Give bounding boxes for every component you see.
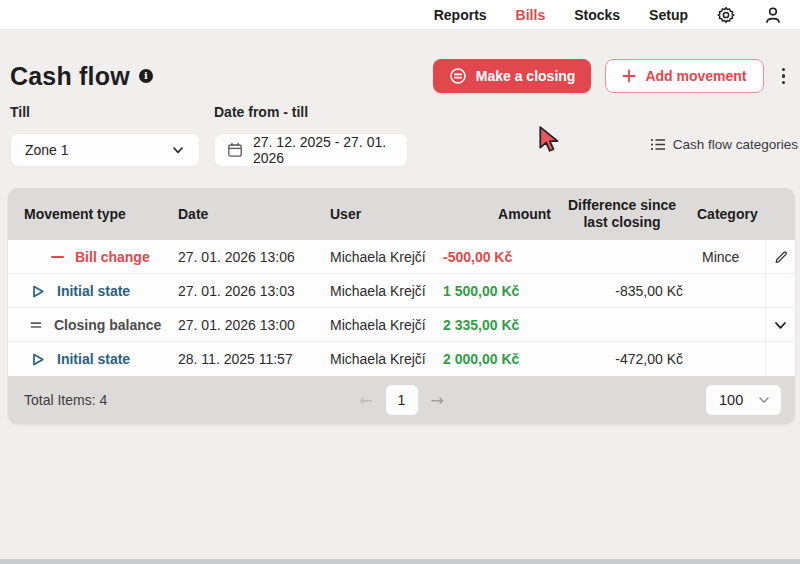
nav-item-bills[interactable]: Bills: [516, 7, 546, 23]
equals-icon: [29, 318, 43, 332]
chevron-down-icon: [171, 143, 185, 157]
row-action-empty: [765, 274, 795, 308]
difference-cell: -835,00 Kč: [555, 283, 689, 299]
edit-pencil-icon[interactable]: [765, 240, 795, 274]
till-select[interactable]: Zone 1: [10, 133, 200, 167]
till-filter: Till Zone 1: [10, 104, 200, 167]
current-page-button[interactable]: 1: [386, 385, 418, 415]
table-row[interactable]: Initial state 27. 01. 2026 13:03 Michael…: [8, 274, 795, 308]
till-select-value: Zone 1: [25, 142, 69, 158]
table-row[interactable]: Initial state 28. 11. 2025 11:57 Michael…: [8, 342, 795, 376]
till-label: Till: [10, 104, 200, 120]
expand-chevron-icon[interactable]: [765, 308, 795, 342]
more-options-kebab-icon[interactable]: [776, 64, 792, 89]
calendar-icon: [227, 142, 243, 158]
amount-cell: 2 000,00 Kč: [435, 351, 555, 367]
play-icon: [29, 351, 46, 368]
cash-flow-categories-label: Cash flow categories: [673, 137, 798, 152]
movement-type-label: Initial state: [57, 283, 130, 299]
page-size-value: 100: [719, 392, 743, 408]
date-cell: 27. 01. 2026 13:06: [170, 249, 320, 265]
mouse-cursor: [538, 126, 562, 154]
col-header-category: Category: [689, 206, 765, 222]
date-range-label: Date from - till: [214, 104, 408, 120]
date-cell: 27. 01. 2026 13:00: [170, 317, 320, 333]
list-icon: [650, 137, 666, 152]
user-cell: Michaela Krejčí: [320, 249, 435, 265]
col-header-user: User: [320, 206, 435, 222]
row-action-empty: [765, 342, 795, 376]
next-page-arrow-icon[interactable]: →: [431, 391, 444, 410]
make-a-closing-button[interactable]: Make a closing: [433, 59, 592, 93]
add-movement-label: Add movement: [645, 68, 746, 84]
col-header-amount: Amount: [435, 206, 555, 222]
info-icon[interactable]: i: [139, 69, 153, 83]
difference-cell: -472,00 Kč: [555, 351, 689, 367]
horizontal-scrollbar[interactable]: [0, 559, 800, 564]
previous-page-arrow-icon[interactable]: ←: [359, 391, 372, 410]
plus-icon: [622, 69, 636, 83]
minus-icon: [51, 256, 64, 259]
pagination: ← 1 →: [8, 385, 795, 415]
category-cell: Mince: [689, 249, 765, 265]
settings-gear-icon[interactable]: [717, 6, 735, 24]
table-header-row: Movement type Date User Amount Differenc…: [8, 188, 795, 240]
movement-type-label: Closing balance: [54, 317, 161, 333]
date-cell: 27. 01. 2026 13:03: [170, 283, 320, 299]
nav-item-reports[interactable]: Reports: [434, 7, 487, 23]
col-header-difference: Difference since last closing: [555, 197, 689, 232]
play-icon: [29, 283, 46, 300]
user-cell: Michaela Krejčí: [320, 283, 435, 299]
date-range-input[interactable]: 27. 12. 2025 - 27. 01. 2026: [214, 133, 408, 167]
table-row[interactable]: Closing balance 27. 01. 2026 13:00 Micha…: [8, 308, 795, 342]
nav-item-setup[interactable]: Setup: [649, 7, 688, 23]
movement-type-label: Initial state: [57, 351, 130, 367]
add-movement-button[interactable]: Add movement: [605, 59, 763, 93]
cash-flow-table-card: Movement type Date User Amount Differenc…: [8, 188, 795, 424]
date-range-filter: Date from - till 27. 12. 2025 - 27. 01. …: [214, 104, 408, 167]
page-size-select[interactable]: 100: [706, 385, 781, 415]
table-row[interactable]: Bill change 27. 01. 2026 13:06 Michaela …: [8, 240, 795, 274]
col-header-date: Date: [170, 206, 320, 222]
page-header: Cash flow i Make a closing Add movement: [10, 57, 791, 95]
make-a-closing-label: Make a closing: [476, 68, 576, 84]
chevron-down-icon: [757, 393, 771, 407]
circle-equals-icon: [449, 67, 467, 85]
table-footer: Total Items: 4 ← 1 → 100: [8, 376, 795, 424]
user-cell: Michaela Krejčí: [320, 351, 435, 367]
cash-flow-categories-link[interactable]: Cash flow categories: [650, 137, 798, 152]
col-header-movement-type: Movement type: [8, 206, 170, 222]
date-range-value: 27. 12. 2025 - 27. 01. 2026: [253, 134, 395, 166]
user-cell: Michaela Krejčí: [320, 317, 435, 333]
page-title: Cash flow: [10, 62, 130, 91]
top-nav: Reports Bills Stocks Setup: [0, 0, 800, 30]
amount-cell: 1 500,00 Kč: [435, 283, 555, 299]
date-cell: 28. 11. 2025 11:57: [170, 351, 320, 367]
movement-type-label: Bill change: [75, 249, 150, 265]
amount-cell: 2 335,00 Kč: [435, 317, 555, 333]
user-profile-icon[interactable]: [764, 6, 782, 24]
nav-item-stocks[interactable]: Stocks: [574, 7, 620, 23]
amount-cell: -500,00 Kč: [435, 249, 555, 265]
